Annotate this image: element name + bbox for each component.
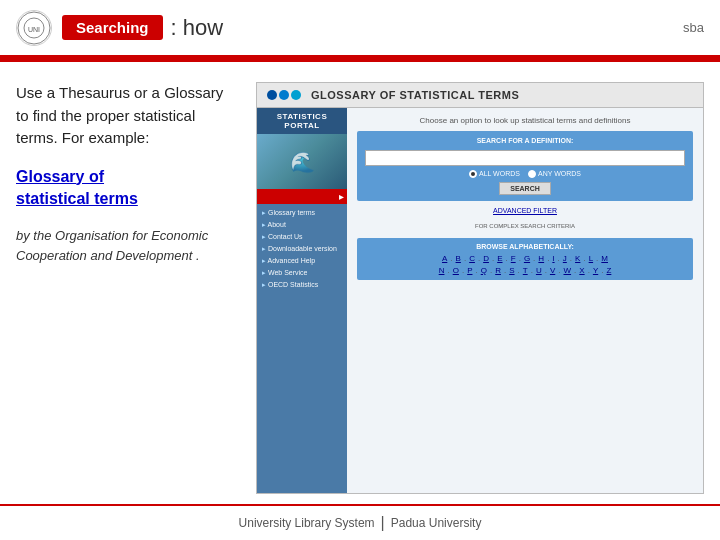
left-panel: Use a Thesaurus or a Glossary to find th… — [16, 82, 236, 494]
alpha-link-T[interactable]: T — [523, 266, 528, 275]
alpha-sep: . — [583, 254, 585, 263]
alpha-sep: . — [570, 254, 572, 263]
alpha-link-J[interactable]: J — [563, 254, 567, 263]
alpha-link-I[interactable]: I — [552, 254, 554, 263]
alpha-sep: . — [545, 266, 547, 275]
alpha-link-M[interactable]: M — [601, 254, 608, 263]
oecd-nav-stats[interactable]: OECD Statistics — [262, 280, 342, 290]
footer-text2: Padua University — [391, 516, 482, 530]
alpha-sep: . — [490, 266, 492, 275]
oecd-header: GLOSSARY OF STATISTICAL TERMS — [257, 83, 703, 108]
alpha-link-Q[interactable]: Q — [481, 266, 487, 275]
alpha-link-A[interactable]: A — [442, 254, 447, 263]
alpha-sep: . — [475, 266, 477, 275]
oecd-body: STATISTICS PORTAL 🌊 ▸ Glossary terms Abo… — [257, 108, 703, 493]
alpha-sep: . — [506, 254, 508, 263]
alpha-link-G[interactable]: G — [524, 254, 530, 263]
oecd-nav-list: Glossary terms About Contact Us Download… — [257, 204, 347, 294]
page-header: UNI Searching : how sba — [0, 0, 720, 58]
oecd-nav-help[interactable]: Advanced Help — [262, 256, 342, 266]
intro-text: Use a Thesaurus or a Glossary to find th… — [16, 82, 236, 150]
alpha-sep: . — [462, 266, 464, 275]
oecd-circle-2 — [279, 90, 289, 100]
alpha-sep: . — [464, 254, 466, 263]
alpha-link-V[interactable]: V — [550, 266, 555, 275]
alpha-link-Y[interactable]: Y — [593, 266, 598, 275]
alpha-link-S[interactable]: S — [509, 266, 514, 275]
footer-text1: University Library System — [239, 516, 375, 530]
oecd-browse-section: BROWSE ALPHABETICALLY: A . B . C . D . E… — [357, 238, 693, 280]
alpha-sep: . — [601, 266, 603, 275]
alpha-link-U[interactable]: U — [536, 266, 542, 275]
oecd-sidebar-arrow[interactable]: ▸ — [257, 189, 347, 204]
alpha-link-O[interactable]: O — [453, 266, 459, 275]
oecd-radio-all[interactable]: ALL WORDS — [469, 170, 520, 178]
glossary-link[interactable]: Glossary of statistical terms — [16, 166, 236, 211]
oecd-search-input[interactable] — [365, 150, 685, 166]
main-content: Use a Thesaurus or a Glossary to find th… — [0, 62, 720, 504]
oecd-main: Choose an option to look up statistical … — [347, 108, 703, 493]
oecd-logo — [267, 90, 301, 100]
alpha-link-F[interactable]: F — [511, 254, 516, 263]
alpha-sep: . — [478, 254, 480, 263]
alpha-link-C[interactable]: C — [469, 254, 475, 263]
alpha-sep: . — [588, 266, 590, 275]
alpha-link-E[interactable]: E — [497, 254, 502, 263]
alpha-link-X[interactable]: X — [579, 266, 584, 275]
oecd-circles — [267, 90, 301, 100]
alpha-link-W[interactable]: W — [564, 266, 572, 275]
oecd-search-label: SEARCH FOR A DEFINITION: — [365, 137, 685, 144]
oecd-nav-download[interactable]: Downloadable version — [262, 244, 342, 254]
alpha-sep: . — [531, 266, 533, 275]
oecd-radio-group: ALL WORDS ANY WORDS — [365, 170, 685, 178]
oecd-nav-web[interactable]: Web Service — [262, 268, 342, 278]
oecd-nav-contact[interactable]: Contact Us — [262, 232, 342, 242]
searching-badge: Searching — [62, 15, 163, 40]
oecd-portal-label: STATISTICS PORTAL — [257, 108, 347, 134]
alpha-sep: . — [450, 254, 452, 263]
alpha-sep: . — [492, 254, 494, 263]
oecd-intro-text: Choose an option to look up statistical … — [357, 116, 693, 125]
oecd-radio-any-dot — [528, 170, 536, 178]
oecd-circle-3 — [291, 90, 301, 100]
footer-separator: | — [381, 514, 385, 532]
alpha-sep: . — [533, 254, 535, 263]
oecd-search-button[interactable]: SEARCH — [499, 182, 551, 195]
alpha-link-N[interactable]: N — [439, 266, 445, 275]
alpha-link-R[interactable]: R — [495, 266, 501, 275]
alpha-link-K[interactable]: K — [575, 254, 580, 263]
oecd-browse-label: BROWSE ALPHABETICALLY: — [365, 243, 685, 250]
header-title: : how — [171, 15, 224, 41]
alpha-sep: . — [518, 266, 520, 275]
oecd-complex-text: FOR COMPLEX SEARCH CRITERIA — [475, 223, 575, 229]
alpha-sep: . — [596, 254, 598, 263]
oecd-alpha-row2: N . O . P . Q . R . S . T . U . V . W . … — [365, 266, 685, 275]
alpha-sep: . — [519, 254, 521, 263]
page-footer: University Library System | Padua Univer… — [0, 504, 720, 540]
oecd-panel: GLOSSARY OF STATISTICAL TERMS STATISTICS… — [256, 82, 704, 494]
alpha-sep: . — [504, 266, 506, 275]
oecd-nav-about[interactable]: About — [262, 220, 342, 230]
alpha-link-P[interactable]: P — [467, 266, 472, 275]
oecd-nav-glossary[interactable]: Glossary terms — [262, 208, 342, 218]
university-logo: UNI — [16, 10, 52, 46]
oecd-advanced-section: ADVANCED FILTER FOR COMPLEX SEARCH CRITE… — [357, 207, 693, 232]
alpha-link-H[interactable]: H — [538, 254, 544, 263]
oecd-sidebar-image: 🌊 — [257, 134, 347, 189]
oecd-radio-all-dot — [469, 170, 477, 178]
oecd-sidebar: STATISTICS PORTAL 🌊 ▸ Glossary terms Abo… — [257, 108, 347, 493]
alpha-sep: . — [558, 266, 560, 275]
oecd-radio-any[interactable]: ANY WORDS — [528, 170, 581, 178]
oecd-search-section: SEARCH FOR A DEFINITION: ALL WORDS ANY W… — [357, 131, 693, 201]
alpha-link-Z[interactable]: Z — [606, 266, 611, 275]
header-right-text: sba — [683, 20, 704, 35]
alpha-link-B[interactable]: B — [456, 254, 461, 263]
alpha-link-L[interactable]: L — [589, 254, 593, 263]
svg-text:UNI: UNI — [28, 26, 40, 33]
oecd-alpha-row1: A . B . C . D . E . F . G . H . I . J . … — [365, 254, 685, 263]
alpha-sep: . — [574, 266, 576, 275]
oecd-advanced-link[interactable]: ADVANCED FILTER — [357, 207, 693, 214]
oecd-header-title: GLOSSARY OF STATISTICAL TERMS — [311, 89, 519, 101]
alpha-sep: . — [558, 254, 560, 263]
alpha-link-D[interactable]: D — [483, 254, 489, 263]
